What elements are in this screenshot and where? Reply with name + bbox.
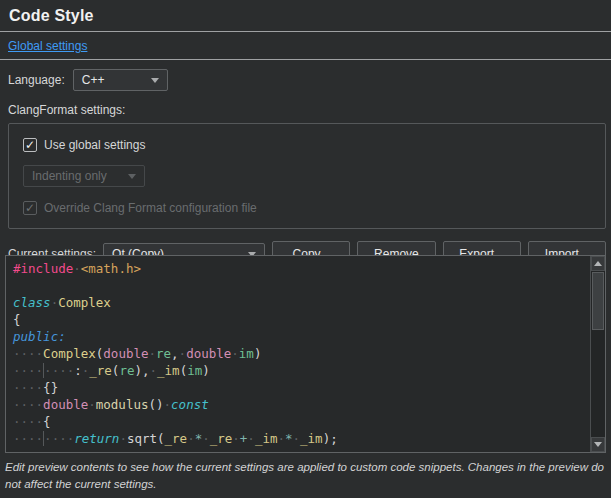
use-global-settings-checkbox[interactable]: ✓	[23, 138, 37, 152]
code-line: #include·<math.h>	[13, 260, 605, 277]
scrollbar-thumb[interactable]	[592, 272, 604, 330]
code-line: {	[13, 311, 605, 328]
use-global-settings-checkbox-row[interactable]: ✓ Use global settings	[23, 138, 605, 152]
chevron-down-icon	[128, 174, 136, 179]
scroll-down-button[interactable]	[591, 437, 605, 452]
language-label: Language:	[8, 73, 65, 87]
scrollbar-track[interactable]	[591, 271, 605, 437]
code-line: ········return·sqrt(_re·*·_re·+·_im·*·_i…	[13, 430, 605, 447]
chevron-down-icon	[151, 78, 159, 83]
code-line: ····{}	[13, 379, 605, 396]
use-global-settings-label: Use global settings	[44, 138, 145, 152]
clangformat-groupbox: ✓ Use global settings Indenting only ✓ O…	[8, 123, 606, 229]
indenting-mode-value: Indenting only	[32, 169, 107, 183]
scroll-up-button[interactable]	[591, 256, 605, 271]
page-title: Code Style	[9, 7, 611, 25]
code-line: ········:·_re(re),·_im(im)	[13, 362, 605, 379]
language-combobox-value: C++	[82, 73, 105, 87]
override-config-label: Override Clang Format configuration file	[44, 201, 257, 215]
indenting-mode-combobox: Indenting only	[23, 165, 145, 187]
global-settings-link[interactable]: Global settings	[8, 39, 87, 53]
footer-note: Edit preview contents to see how the cur…	[5, 459, 605, 493]
code-line: ····double·modulus()·const	[13, 396, 605, 413]
clangformat-section-label: ClangFormat settings:	[8, 103, 611, 117]
code-lines[interactable]: #include·<math.h> class·Complex{public:·…	[6, 256, 605, 447]
code-line: ····Complex(double·re,·double·im)	[13, 345, 605, 362]
separator-top	[0, 31, 611, 32]
code-line: public:	[13, 328, 605, 345]
override-config-checkbox-row: ✓ Override Clang Format configuration fi…	[23, 201, 605, 215]
code-line: class·Complex	[13, 294, 605, 311]
code-preview-editor[interactable]: #include·<math.h> class·Complex{public:·…	[5, 255, 606, 453]
triangle-down-icon	[594, 442, 602, 447]
language-combobox[interactable]: C++	[73, 69, 168, 91]
code-line	[13, 277, 605, 294]
triangle-up-icon	[594, 261, 602, 266]
code-line: ····{	[13, 413, 605, 430]
vertical-scrollbar[interactable]	[590, 256, 605, 452]
separator-under-link	[0, 59, 611, 60]
override-config-checkbox: ✓	[23, 201, 37, 215]
